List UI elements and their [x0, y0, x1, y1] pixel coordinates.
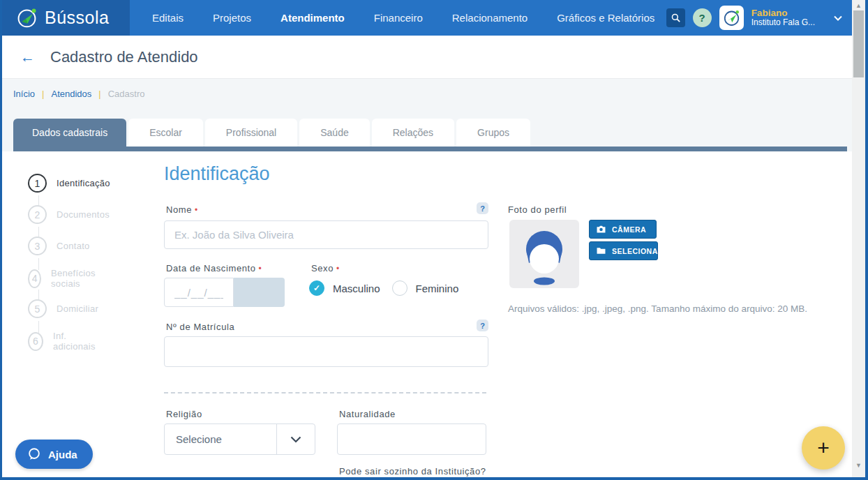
religiao-label: Religião: [166, 409, 202, 419]
step-number: 6: [28, 332, 43, 351]
compass-avatar-icon: [722, 8, 741, 27]
breadcrumb-inicio[interactable]: Início: [13, 89, 35, 99]
nome-help-icon[interactable]: ?: [477, 202, 488, 214]
camera-button[interactable]: CÂMERA: [589, 220, 657, 239]
user-name: Fabiano: [751, 8, 815, 19]
radio-checked-icon: ✓: [309, 280, 324, 296]
nav-item-atendimento[interactable]: Atendimento: [280, 12, 345, 24]
form-panel: 1 Identificação 2 Documentos 3 Contato 4…: [2, 151, 844, 477]
foto-perfil-label: Foto do perfil: [508, 204, 801, 215]
profile-photo-section: Foto do perfil CÂMERA: [508, 151, 801, 215]
data-nascimento-field: [164, 278, 285, 307]
nav-item-projetos[interactable]: Projetos: [213, 12, 251, 24]
select-file-button[interactable]: SELECIONAR: [589, 241, 658, 260]
tab-relacoes[interactable]: Relações: [372, 119, 454, 147]
breadcrumb-separator: |: [98, 89, 100, 99]
step-documentos[interactable]: 2 Documentos: [28, 205, 110, 224]
sexo-label: Sexo•: [311, 263, 340, 273]
radio-feminino[interactable]: Feminino: [392, 280, 459, 296]
add-fab-button[interactable]: +: [802, 426, 845, 470]
step-inf-adicionais[interactable]: 6 Inf. adicionais: [28, 331, 99, 352]
help-question-icon: ?: [699, 12, 705, 24]
pode-sair-label: Pode sair sozinho da Instituição?: [339, 466, 486, 477]
nav-item-graficos-relatorios[interactable]: Gráficos e Relatórios: [557, 12, 654, 24]
ajuda-button[interactable]: Ajuda: [15, 440, 93, 469]
vertical-scrollbar[interactable]: ▲ ▼: [852, 0, 865, 477]
user-organization: Instituto Fala G...: [751, 18, 815, 28]
chevron-down-icon: [276, 424, 315, 454]
step-identificacao[interactable]: 1 Identificação: [28, 174, 110, 193]
brand-logo[interactable]: Bússola: [0, 0, 130, 36]
brand-name: Bússola: [45, 8, 109, 28]
window-border-right: [865, 0, 868, 480]
naturalidade-input[interactable]: [337, 423, 486, 455]
step-beneficios-sociais[interactable]: 4 Benefícios sociais: [28, 268, 101, 289]
required-marker: •: [195, 205, 198, 215]
tab-bar: Dados cadastrais Escolar Profissional Sa…: [13, 119, 530, 147]
step-number: 4: [28, 269, 41, 288]
user-menu[interactable]: Fabiano Instituto Fala G...: [751, 8, 815, 28]
step-number: 2: [28, 205, 47, 224]
breadcrumb: Início | Atendidos | Cadastro: [13, 89, 144, 99]
scrollbar-down-icon[interactable]: ▼: [852, 462, 865, 469]
search-icon: [671, 13, 681, 23]
search-button[interactable]: [666, 8, 685, 27]
religiao-select[interactable]: Selecione: [164, 423, 315, 455]
breadcrumb-separator: |: [42, 89, 44, 99]
matricula-input[interactable]: [164, 336, 488, 367]
radio-unchecked-icon: [392, 280, 407, 296]
date-picker-button[interactable]: [234, 278, 285, 307]
nav-item-financeiro[interactable]: Financeiro: [374, 12, 423, 24]
required-marker: •: [336, 264, 340, 273]
sexo-radio-group: ✓ Masculino Feminino: [309, 280, 458, 296]
nav-item-editais[interactable]: Editais: [152, 12, 184, 24]
step-contato[interactable]: 3 Contato: [28, 237, 90, 255]
top-navbar: Bússola Editais Projetos Atendimento Fin…: [0, 0, 852, 36]
step-number: 3: [28, 237, 47, 255]
breadcrumb-atendidos[interactable]: Atendidos: [51, 89, 91, 99]
matricula-help-icon[interactable]: ?: [477, 320, 488, 331]
section-divider: [164, 392, 486, 393]
window-border-left: [0, 0, 2, 480]
main-nav: Editais Projetos Atendimento Financeiro …: [152, 12, 654, 24]
required-marker: •: [259, 264, 262, 273]
step-number: 1: [28, 174, 47, 193]
user-avatar[interactable]: [719, 6, 744, 30]
breadcrumb-tabs-band: Início | Atendidos | Cadastro Dados cada…: [2, 79, 852, 151]
breadcrumb-cadastro: Cadastro: [108, 89, 145, 99]
section-title: Identificação: [164, 163, 488, 185]
tab-profissional[interactable]: Profissional: [205, 119, 297, 147]
naturalidade-label: Naturalidade: [339, 409, 396, 419]
nome-label: Nome•: [166, 204, 198, 215]
matricula-label: Nº de Matrícula: [166, 322, 234, 332]
plus-icon: +: [817, 436, 830, 460]
data-nascimento-input[interactable]: [164, 278, 234, 307]
profile-photo-placeholder: [509, 220, 579, 288]
camera-icon: [597, 225, 606, 233]
step-domiciliar[interactable]: 5 Domiciliar: [28, 299, 98, 318]
tab-saude[interactable]: Saúde: [299, 119, 369, 147]
compass-logo-icon: [15, 6, 38, 29]
radio-masculino[interactable]: ✓ Masculino: [309, 280, 380, 296]
chat-bubble-icon: [27, 447, 42, 462]
scrollbar-thumb[interactable]: [853, 10, 864, 77]
navbar-right-cluster: ? Fabiano Instituto Fala G...: [666, 0, 842, 36]
back-arrow-icon[interactable]: ←: [20, 49, 35, 66]
page-title: Cadastro de Atendido: [50, 48, 198, 66]
tab-grupos[interactable]: Grupos: [456, 119, 530, 147]
nav-item-relacionamento[interactable]: Relacionamento: [452, 12, 527, 24]
tab-dados-cadastrais[interactable]: Dados cadastrais: [13, 119, 126, 147]
nome-input[interactable]: [164, 220, 488, 249]
app-window: Bússola Editais Projetos Atendimento Fin…: [0, 0, 868, 480]
tab-escolar[interactable]: Escolar: [128, 119, 203, 147]
chevron-down-icon[interactable]: [834, 15, 842, 21]
step-number: 5: [28, 299, 47, 318]
file-requirements-hint: Arquivos válidos: .jpg, .jpeg, .png. Tam…: [508, 303, 807, 314]
religiao-selected-value: Selecione: [165, 424, 276, 454]
data-nascimento-label: Data de Nascimento•: [166, 263, 262, 273]
page-header: ← Cadastro de Atendido: [2, 36, 852, 79]
help-button[interactable]: ?: [693, 8, 712, 27]
scrollbar-up-icon[interactable]: ▲: [852, 2, 865, 9]
folder-icon: [597, 247, 606, 255]
tab-underline: [13, 147, 847, 151]
